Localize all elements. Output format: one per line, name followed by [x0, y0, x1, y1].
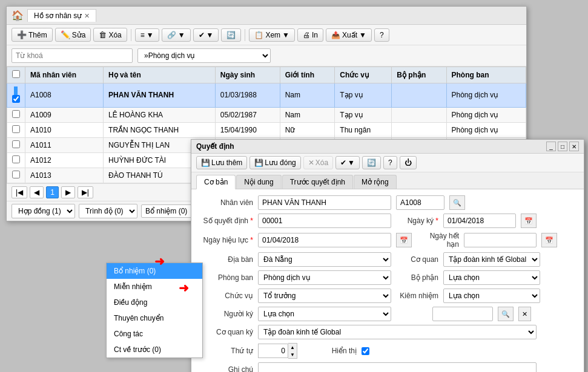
qd-minimize-btn[interactable]: _ [546, 142, 556, 151]
sua-button[interactable]: ✏️ Sửa [55, 28, 91, 42]
tab-noidung-label: Nội dung [244, 178, 273, 186]
xoa-label: Xóa [108, 31, 121, 39]
qd-close-btn[interactable]: ✕ [569, 142, 579, 151]
thu-tu-input[interactable] [258, 344, 288, 358]
check-btn[interactable]: ✔ ▼ [193, 28, 219, 42]
ngay-ky-input[interactable] [443, 214, 516, 228]
table-row[interactable]: A1009 LÊ HOÀNG KHA 05/02/1987 Nam Tạp vụ… [7, 107, 526, 122]
qd-restore-btn[interactable]: □ [558, 142, 567, 151]
row-gender: Nữ [280, 122, 335, 137]
them-button[interactable]: ➕ Thêm [12, 28, 53, 42]
dia-ban-select[interactable]: Đà Nẵng [258, 252, 391, 267]
ngay-hieu-luc-calendar-btn[interactable]: 📅 [396, 233, 412, 247]
ngay-hieu-luc-input[interactable] [258, 233, 391, 247]
qd-refresh-icon: 🔄 [367, 158, 376, 167]
tab-morong-label: Mở rộng [362, 178, 389, 186]
dropdown-menu-item[interactable]: Thuyên chuyển [107, 310, 202, 326]
luu-them-btn[interactable]: 💾 Lưu thêm [196, 156, 247, 169]
row-checkbox[interactable] [12, 171, 20, 178]
row-checkbox[interactable] [12, 95, 20, 103]
trinhdoc-dropdown[interactable]: Trình độ (0) [79, 204, 137, 218]
row-checkbox[interactable] [12, 110, 20, 118]
first-page-btn[interactable]: |◀ [12, 186, 27, 198]
select-all-checkbox[interactable] [12, 70, 20, 78]
tab-morong[interactable]: Mở rộng [354, 175, 397, 189]
delete-icon: 🗑 [99, 30, 107, 39]
row-checkbox[interactable] [12, 155, 20, 163]
bo-phan-select[interactable]: Lựa chọn [443, 270, 540, 285]
ghi-chu-input[interactable] [258, 362, 537, 372]
qd-toolbar: 💾 Lưu thêm 💾 Lưu đóng ✕ Xóa ✔ ▼ 🔄 ? ⏻ [191, 154, 584, 172]
row-checkbox[interactable] [12, 125, 20, 133]
nguoi-ky-clear-btn[interactable]: ✕ [518, 307, 531, 321]
dropdown-menu-item[interactable]: Ct về trước (0) [107, 342, 202, 357]
help-btn[interactable]: ? [374, 28, 389, 42]
table-row[interactable]: A1010 TRẦN NGỌC THANH 15/04/1990 Nữ Thu … [7, 122, 526, 137]
qd-refresh-btn[interactable]: 🔄 [362, 156, 381, 169]
tab-noidung[interactable]: Nội dung [236, 175, 281, 189]
ngay-het-han-calendar-btn[interactable]: 📅 [541, 233, 557, 247]
table-row[interactable]: A1008 PHAN VĂN THANH 01/03/1988 Nam Tạp … [7, 83, 526, 108]
xem-arrow: ▼ [282, 31, 289, 39]
spinner-down-btn[interactable]: ▼ [288, 351, 297, 358]
row-checkbox-cell [7, 107, 25, 122]
page-1-btn[interactable]: 1 [46, 186, 59, 198]
tab-truocqd[interactable]: Trước quyết định [282, 175, 353, 189]
phong-ban-row: Phòng ban Phòng dịch vụ Bộ phận Lựa chọn [199, 270, 576, 285]
xuat-btn[interactable]: 📤 Xuất ▼ [326, 28, 372, 42]
save-icon: 💾 [201, 158, 210, 167]
row-checkbox[interactable] [12, 140, 20, 148]
check-arrow: ▼ [206, 31, 214, 39]
keyword-input[interactable] [12, 48, 133, 63]
in-btn[interactable]: 🖨 In [297, 28, 323, 42]
col-bophan: Bộ phận [392, 67, 446, 83]
tab-coban[interactable]: Cơ bản [196, 175, 236, 189]
xoa-qd-btn[interactable]: ✕ Xóa [303, 156, 333, 169]
dropdown-menu-item[interactable]: Điều động [107, 295, 202, 310]
co-quan-select[interactable]: Tập đoàn kinh tế Global [443, 252, 540, 267]
phong-ban-select[interactable]: Phòng dịch vụ [258, 270, 391, 285]
qd-title: Quyết định [196, 142, 234, 151]
main-tab[interactable]: Hồ sơ nhân sự ✕ [27, 9, 96, 22]
so-qd-input[interactable] [258, 214, 391, 228]
nguoi-ky-code-input[interactable] [432, 307, 493, 321]
link-btn[interactable]: 🔗 ▼ [162, 28, 191, 42]
prev-page-btn[interactable]: ◀ [30, 186, 44, 198]
department-select[interactable]: »Phòng dịch vụ [137, 48, 271, 63]
xoa-button[interactable]: 🗑 Xóa [93, 28, 127, 42]
menu-btn[interactable]: ≡ ▼ [135, 28, 159, 42]
export-icon: 📤 [331, 31, 340, 39]
them-label: Thêm [28, 31, 47, 39]
row-chucvu: Thu ngân [335, 122, 392, 137]
ngay-het-han-input[interactable] [464, 233, 537, 247]
nhan-vien-code-input[interactable] [396, 195, 444, 210]
next-page-btn[interactable]: ▶ [61, 186, 75, 198]
kiem-nhiem-select[interactable]: Lựa chọn [443, 289, 540, 303]
chuc-vu-select[interactable]: Tổ trưởng [258, 289, 391, 303]
dropdown-menu-item[interactable]: Công tác [107, 326, 202, 342]
nguoi-ky-row: Người ký Lựa chọn 🔍 ✕ [199, 307, 576, 321]
co-quan-ky-row: Cơ quan ký Tập đoàn kinh tế Global [199, 325, 576, 339]
sep1 [131, 29, 131, 41]
co-quan-ky-select[interactable]: Tập đoàn kinh tế Global [258, 325, 537, 339]
nhan-vien-input[interactable] [258, 195, 391, 210]
spinner-up-btn[interactable]: ▲ [288, 344, 297, 351]
tab-close-icon[interactable]: ✕ [84, 12, 90, 20]
hien-thi-checkbox[interactable] [362, 347, 369, 355]
print-icon: 🖨 [303, 31, 310, 39]
luu-dong-btn[interactable]: 💾 Lưu đóng [249, 156, 300, 169]
qd-help-btn[interactable]: ? [383, 156, 397, 169]
nguoi-ky-search-btn[interactable]: 🔍 [498, 307, 514, 321]
col-id: Mã nhân viên [25, 67, 104, 83]
arrow-indicator-1: ➜ [154, 254, 165, 269]
refresh-btn[interactable]: 🔄 [221, 28, 241, 42]
qd-check-btn[interactable]: ✔ ▼ [335, 156, 360, 169]
xem-btn[interactable]: 📋 Xem ▼ [249, 28, 295, 42]
last-page-btn[interactable]: ▶| [78, 186, 93, 198]
nguoi-ky-select[interactable]: Lựa chọn [258, 307, 391, 321]
ngay-ky-calendar-btn[interactable]: 📅 [521, 214, 537, 228]
qd-power-btn[interactable]: ⏻ [400, 156, 417, 169]
hopdong-dropdown[interactable]: Hợp đồng (1) [12, 204, 75, 218]
nhan-vien-search-btn[interactable]: 🔍 [449, 195, 465, 210]
select-all-header[interactable] [7, 67, 25, 83]
